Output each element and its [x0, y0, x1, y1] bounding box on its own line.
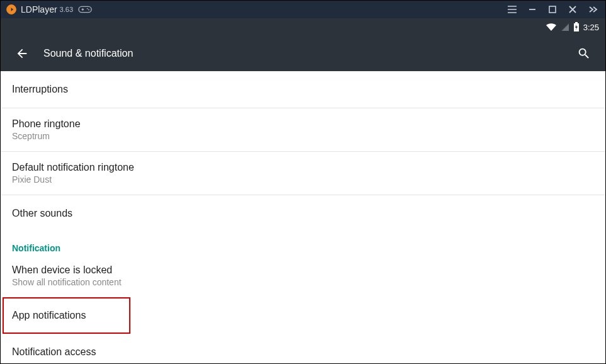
item-title: Interruptions	[12, 84, 594, 95]
item-title: Other sounds	[12, 208, 594, 219]
item-phone-ringtone[interactable]: Phone ringtone Sceptrum	[1, 108, 605, 152]
signal-icon	[561, 23, 569, 31]
svg-rect-4	[575, 22, 578, 23]
search-button[interactable]	[571, 47, 597, 60]
wifi-icon	[546, 23, 557, 31]
close-button[interactable]	[563, 1, 583, 18]
item-title: When device is locked	[12, 264, 594, 276]
item-when-device-locked[interactable]: When device is locked Show all notificat…	[1, 259, 605, 297]
item-title: Notification access	[12, 346, 594, 358]
gamepad-icon	[78, 5, 92, 14]
svg-rect-2	[549, 6, 556, 13]
item-app-notifications[interactable]: App notifications	[1, 297, 605, 334]
emulator-name: LDPlayer	[21, 4, 57, 14]
ldplayer-logo-icon	[6, 4, 17, 15]
item-subtitle: Show all notification content	[12, 277, 594, 287]
menu-button[interactable]	[502, 1, 522, 18]
svg-point-0	[87, 8, 88, 9]
appbar: Sound & notification	[1, 36, 605, 71]
item-notification-access[interactable]: Notification access	[1, 334, 605, 363]
item-subtitle: Pixie Dust	[12, 174, 594, 185]
item-subtitle: Sceptrum	[12, 131, 594, 141]
item-title: Phone ringtone	[12, 118, 594, 130]
minimize-button[interactable]	[522, 1, 542, 18]
battery-charging-icon	[573, 22, 580, 32]
maximize-button[interactable]	[542, 1, 563, 18]
window-controls	[502, 1, 603, 18]
svg-point-1	[88, 9, 89, 11]
statusbar-time: 3:25	[583, 23, 599, 32]
item-default-notification-ringtone[interactable]: Default notification ringtone Pixie Dust	[1, 152, 605, 195]
more-button[interactable]	[583, 1, 603, 18]
item-interruptions[interactable]: Interruptions	[1, 71, 605, 108]
emulator-version: 3.63	[60, 6, 73, 13]
android-statusbar: 3:25	[1, 18, 605, 36]
emulator-titlebar: LDPlayer 3.63	[1, 1, 605, 18]
item-other-sounds[interactable]: Other sounds	[1, 195, 605, 232]
settings-list: Interruptions Phone ringtone Sceptrum De…	[1, 71, 605, 363]
item-title: App notifications	[12, 310, 594, 321]
appbar-title: Sound & notification	[43, 48, 133, 59]
section-header-notification: Notification	[1, 232, 605, 259]
item-title: Default notification ringtone	[12, 162, 594, 173]
back-button[interactable]	[9, 47, 35, 60]
